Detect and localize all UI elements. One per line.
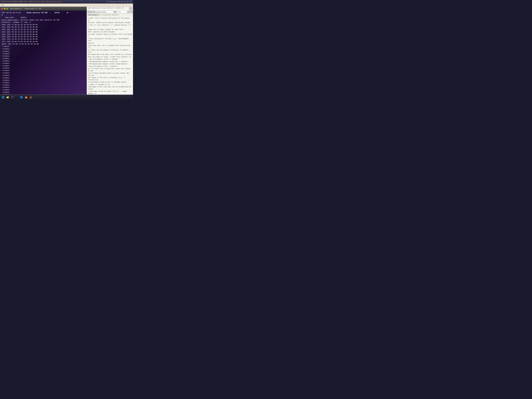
- folder-icon: 📁: [101, 14, 103, 16]
- terminal-stopbit: !stopbit: [2, 82, 85, 84]
- terminal-row: [06] {65} f8 60 7d 2d 40 20 50 d0 80: [2, 38, 85, 41]
- browser-content-line: n]csv Produce decoded output in given fo…: [88, 72, 132, 76]
- terminal-title: ubuntu@ubuntu: ~/Downloads/rtl_433: [10, 8, 41, 10]
- browser-navbar: ◀ ▶ ↻ → ☆ ≡: [87, 10, 133, 13]
- toolbar-around-internet[interactable]: 📁 Around the Internet ▾: [101, 14, 119, 16]
- terminal-stopbit: !stopbit: [2, 74, 85, 77]
- taskbar-right: IT Italiano (Italia) En 🔊 11:: [107, 1, 132, 3]
- bookmark-btn[interactable]: ☆: [127, 11, 130, 13]
- clock: 11:: [129, 1, 132, 3]
- browser-tabs: 433: Application using librtlsdr to deco…: [87, 7, 133, 10]
- browser-content-line: Analyzer. Enable pulse analyzis and deco…: [88, 22, 132, 24]
- browser-tab-active[interactable]: 433: Application using librtlsdr to deco…: [87, 7, 129, 10]
- browser-content-line: timestamps in UTC (this may also be acco…: [88, 86, 132, 90]
- browser-content-line: mode. suppress non-data messages: [88, 31, 132, 33]
- search-input[interactable]: [117, 11, 127, 13]
- toolbar-sdr-hardware[interactable]: SDR Hardware ▾: [88, 14, 100, 16]
- browser-toolbar: SDR Hardware ▾ 📁 Around the Internet ▾: [87, 13, 133, 16]
- terminal-window: ubuntu@ubuntu: ~/Downloads/rtl_433 2017-…: [0, 7, 87, 95]
- browser-content-line: = Raw I/Q samples (uint8, 2 channel): [88, 58, 132, 60]
- browser-content-line: ite mode, disable checks to prevent file…: [88, 33, 132, 38]
- terminal-stopbit: !stopbit: [2, 60, 85, 62]
- menubar-item-nal[interactable]: nal: [0, 4, 5, 6]
- language-label: IT Italiano (Italia): [107, 1, 124, 3]
- terminal-stopbit: !stopbit: [2, 94, 85, 95]
- terminal-row: [00] {65} 1f 06 be 2d 40 20 50 d0 80: [2, 24, 85, 26]
- browser-content-line: ignal auto save. Use it together with an…: [88, 44, 132, 49]
- terminal-row: [02] {65} f8 60 7d 2d 40 20 50 d0 80: [2, 29, 85, 31]
- terminal-stopbit: !stopbit: [2, 89, 85, 91]
- terminal-line-counter: 0: [2, 14, 85, 17]
- rows-container: [00] {65} 1f 06 be 2d 40 20 50 d0 80[01]…: [2, 24, 85, 45]
- browser-tab-label: 433: Application using librtlsdr to deco…: [89, 7, 124, 10]
- terminal-stopbit: !stopbit: [2, 53, 85, 55]
- terminal-min-btn[interactable]: [4, 8, 6, 10]
- taskbar-app-icon[interactable]: 🌐: [1, 95, 5, 99]
- terminal-row: [05] {65} f8 60 7d 2d 40 20 50 d0 80: [2, 36, 85, 38]
- terminal-stopbit: !stopbit: [2, 79, 85, 82]
- browser-content-line: Data file mode for input / output file (…: [88, 56, 132, 58]
- terminal-stopbit: !stopbit: [2, 50, 85, 53]
- browser-content-line: |si|customary Convert units in decoded o…: [88, 81, 132, 83]
- terminal-stopbit: !stopbit: [2, 77, 85, 79]
- nav-back-btn[interactable]: ◀: [87, 11, 90, 13]
- taskbar-top: LTECellScan BTLENRF24 MBUS FSK – VMware …: [0, 0, 133, 4]
- browser-panel: 433: Application using librtlsdr to deco…: [87, 7, 133, 95]
- nav-go-btn[interactable]: →: [114, 11, 116, 13]
- terminal-stopbit: !stopbit: [2, 70, 85, 72]
- url-bar[interactable]: [96, 11, 113, 13]
- main-area: ubuntu@ubuntu: ~/Downloads/rtl_433 2017-…: [0, 7, 133, 95]
- browser-tab-new[interactable]: +: [129, 7, 133, 10]
- terminal-stopbit: !stopbit: [2, 84, 85, 86]
- terminal-line-bitbuffer: bitbuffer:: Number of rows: 9: [2, 21, 85, 24]
- terminal-line-timestamp: 2017-09-26 10:37:03 : Smoke detector GS …: [2, 12, 85, 14]
- terminal-row: ◄[08] {65} f8 60 7d 2d 40 20 50 d0 80: [2, 43, 85, 45]
- taskbar-app-icon[interactable]: 🎵: [10, 95, 14, 99]
- browser-content-line: y number of seconds to run: [88, 83, 132, 86]
- terminal-row: [04] {65} f8 60 7d 2d 40 20 50 d0 80: [2, 33, 85, 36]
- terminal-row: [07] {65} f8 60 7d 2d 40 20 50 d0 80: [2, 41, 85, 43]
- taskbar-bottom: 🌐📁🎵⬇🔵🦊💼: [0, 95, 133, 100]
- taskbar-app-icon[interactable]: 🦊: [24, 95, 28, 99]
- terminal-stopbit: !stopbit: [2, 62, 85, 65]
- terminal-max-btn[interactable]: [6, 8, 8, 10]
- taskbar-app-icon[interactable]: 🔵: [19, 95, 24, 99]
- terminal-row: [01] {65} f8 60 7d 2d 40 20 50 d0 80: [2, 26, 85, 29]
- terminal-stopbit: !stopbit: [2, 57, 85, 60]
- terminal-stopbit: !stopbit: [2, 67, 85, 70]
- network-icon: En: [124, 1, 126, 3]
- settings-btn[interactable]: ≡: [130, 11, 133, 13]
- volume-icon: 🔊: [127, 1, 129, 3]
- browser-content-line: = AM demodulated samples (int16 pcm, 1 c…: [88, 61, 132, 63]
- terminal-stopbit: !stopbit: [2, 72, 85, 74]
- window-title: LTECellScan BTLENRF24 MBUS FSK – VMware …: [1, 1, 106, 3]
- terminal-titlebar: ubuntu@ubuntu: ~/Downloads/rtl_433: [0, 7, 87, 11]
- terminal-line-rawcode: Raw Code: be061f: [2, 17, 85, 19]
- taskbar-apps: 🌐📁🎵⬇🔵🦊💼: [1, 95, 33, 99]
- nav-refresh-btn[interactable]: ↻: [93, 11, 95, 13]
- terminal-stopbit: !stopbit: [2, 86, 85, 89]
- taskbar-app-icon[interactable]: 💼: [29, 95, 33, 99]
- browser-content-line: e only: 0 = all (default), 1 = unknown d…: [88, 24, 132, 28]
- browser-content-line: options: [88, 42, 132, 44]
- taskbar-app-icon[interactable]: ⬇: [15, 95, 19, 99]
- browser-content-line: = Raw I/Q samples (cf32, 2 channel): [88, 65, 132, 68]
- terminal-close-btn[interactable]: [1, 8, 3, 10]
- browser-content-line: end output to file with :<filename> (e.g…: [88, 77, 132, 81]
- browser-content-line: te: If output file is specified, input w…: [88, 68, 132, 72]
- nav-forward-btn[interactable]: ▶: [90, 11, 92, 13]
- browser-content-line: = FM demodulated samples (int16) (experi…: [88, 63, 132, 65]
- browser-content-line: debug info on event (repeat for more inf…: [88, 29, 132, 31]
- toolbar-around-internet-label: Around the Internet ▾: [103, 14, 119, 16]
- terminal-stopbit: !stopbit: [2, 48, 85, 50]
- terminal-stopbit: !stopbit: [2, 65, 85, 67]
- stopbits-container: !stopbit!stopbit!stopbit!stopbit!stopbit…: [2, 45, 85, 95]
- browser-content: e mode. Print a textual description of t…: [87, 16, 133, 95]
- browser-content-line: te: Saves raw I/Q samples (uint8 pcm, 2 …: [88, 49, 132, 53]
- browser-content-line: ] Save data stream to output file (a '-'…: [88, 90, 132, 95]
- taskbar-app-icon[interactable]: 📁: [6, 95, 10, 99]
- terminal-row: [03] {65} f8 60 7d 2d 40 20 50 d0 80: [2, 31, 85, 33]
- browser-content-line: me>] Read data from input file instead o…: [88, 53, 132, 56]
- terminal-stopbit: !stopbit: [2, 91, 85, 94]
- terminal-body: 2017-09-26 10:37:03 : Smoke detector GS …: [0, 11, 87, 95]
